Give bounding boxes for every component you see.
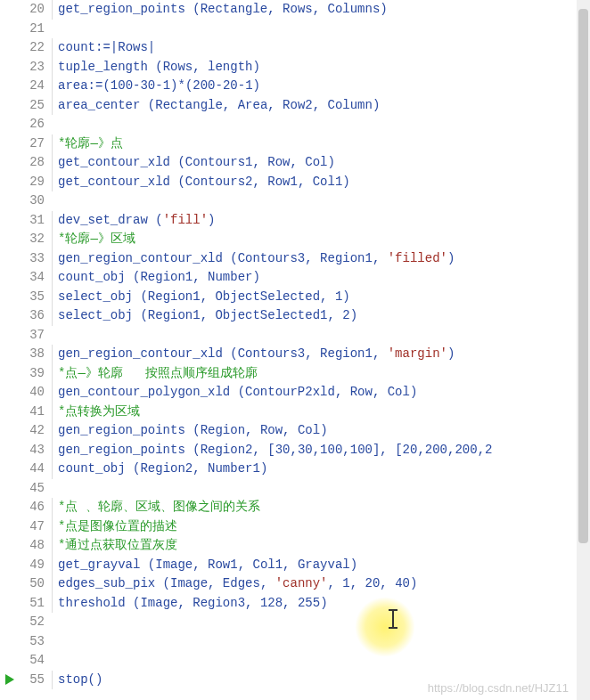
line-number[interactable]: 54	[0, 651, 52, 671]
code-line[interactable]: 39*点—》轮廓 按照点顺序组成轮廓	[0, 364, 590, 384]
code-content[interactable]: select_obj (Region1, ObjectSelected, 1)	[52, 288, 590, 307]
code-line[interactable]: 28get_contour_xld (Contours1, Row, Col)	[0, 153, 590, 173]
code-content[interactable]: threshold (Image, Region3, 128, 255)	[52, 594, 590, 614]
code-line[interactable]: 22count:=|Rows|	[0, 38, 590, 58]
code-line[interactable]: 23tuple_length (Rows, length)	[0, 58, 590, 77]
line-number[interactable]: 38	[0, 345, 52, 364]
code-content[interactable]: dev_set_draw ('fill')	[52, 211, 590, 231]
code-line[interactable]: 51threshold (Image, Region3, 128, 255)	[0, 594, 590, 614]
line-number[interactable]: 55	[0, 671, 52, 690]
line-number[interactable]: 36	[0, 306, 52, 326]
line-number[interactable]: 41	[0, 403, 52, 422]
code-content[interactable]: area:=(100-30-1)*(200-20-1)	[52, 77, 590, 96]
code-line[interactable]: 20get_region_points (Rectangle, Rows, Co…	[0, 0, 590, 20]
code-line[interactable]: 27*轮廓—》点	[0, 134, 590, 154]
code-content[interactable]: count_obj (Region2, Number1)	[52, 460, 590, 479]
scrollbar-thumb[interactable]	[578, 9, 588, 543]
code-content[interactable]: gen_region_contour_xld (Contours3, Regio…	[52, 345, 590, 364]
line-number[interactable]: 20	[0, 0, 52, 20]
code-line[interactable]: 25area_center (Rectangle, Area, Row2, Co…	[0, 96, 590, 116]
line-number[interactable]: 31	[0, 211, 52, 231]
line-number[interactable]: 39	[0, 364, 52, 384]
code-content[interactable]: select_obj (Region1, ObjectSelected1, 2)	[52, 306, 590, 326]
line-number[interactable]: 33	[0, 249, 52, 269]
code-content[interactable]: gen_region_contour_xld (Contours3, Regio…	[52, 249, 590, 269]
line-number[interactable]: 45	[0, 479, 52, 499]
code-line[interactable]: 48*通过点获取位置灰度	[0, 536, 590, 556]
code-line[interactable]: 44count_obj (Region2, Number1)	[0, 460, 590, 479]
code-line[interactable]: 46*点 、轮廓、区域、图像之间的关系	[0, 498, 590, 517]
code-content[interactable]: count:=|Rows|	[52, 38, 590, 58]
code-line[interactable]: 42gen_region_points (Region, Row, Col)	[0, 421, 590, 441]
code-content[interactable]: tuple_length (Rows, length)	[52, 58, 590, 77]
line-number[interactable]: 53	[0, 632, 52, 652]
line-number[interactable]: 28	[0, 153, 52, 173]
code-content[interactable]: gen_region_points (Region2, [30,30,100,1…	[52, 441, 590, 460]
code-line[interactable]: 43gen_region_points (Region2, [30,30,100…	[0, 441, 590, 460]
code-content[interactable]: get_region_points (Rectangle, Rows, Colu…	[52, 0, 590, 20]
code-content[interactable]: get_contour_xld (Contours2, Row1, Col1)	[52, 173, 590, 192]
code-line[interactable]: 36select_obj (Region1, ObjectSelected1, …	[0, 306, 590, 326]
code-line[interactable]: 54	[0, 651, 590, 671]
line-number[interactable]: 34	[0, 268, 52, 288]
code-content[interactable]: stop()	[52, 671, 590, 690]
code-line[interactable]: 26	[0, 115, 590, 134]
line-number[interactable]: 24	[0, 77, 52, 96]
line-number[interactable]: 25	[0, 96, 52, 116]
code-content[interactable]: area_center (Rectangle, Area, Row2, Colu…	[52, 96, 590, 116]
code-line[interactable]: 29get_contour_xld (Contours2, Row1, Col1…	[0, 173, 590, 192]
code-content[interactable]: *点—》轮廓 按照点顺序组成轮廓	[52, 364, 590, 384]
code-content[interactable]: *点 、轮廓、区域、图像之间的关系	[52, 498, 590, 517]
run-arrow-icon[interactable]	[5, 674, 14, 685]
code-line[interactable]: 45	[0, 479, 590, 499]
line-number[interactable]: 22	[0, 38, 52, 58]
line-number[interactable]: 42	[0, 421, 52, 441]
line-number[interactable]: 40	[0, 383, 52, 403]
code-line[interactable]: 38gen_region_contour_xld (Contours3, Reg…	[0, 345, 590, 364]
code-content[interactable]: *通过点获取位置灰度	[52, 536, 590, 556]
code-line[interactable]: 53	[0, 632, 590, 652]
line-number[interactable]: 48	[0, 536, 52, 556]
code-line[interactable]: 32*轮廓—》区域	[0, 230, 590, 249]
line-number[interactable]: 21	[0, 20, 52, 39]
code-content[interactable]: *轮廓—》点	[52, 134, 590, 154]
line-number[interactable]: 26	[0, 115, 52, 134]
line-number[interactable]: 43	[0, 441, 52, 460]
code-content[interactable]: edges_sub_pix (Image, Edges, 'canny', 1,…	[52, 574, 590, 594]
code-line[interactable]: 47*点是图像位置的描述	[0, 517, 590, 537]
code-line[interactable]: 41*点转换为区域	[0, 403, 590, 422]
code-content[interactable]: get_grayval (Image, Row1, Col1, Grayval)	[52, 556, 590, 575]
line-number[interactable]: 46	[0, 498, 52, 517]
code-content[interactable]: *轮廓—》区域	[52, 230, 590, 249]
line-number[interactable]: 50	[0, 574, 52, 594]
line-number[interactable]: 51	[0, 594, 52, 614]
code-line[interactable]: 21	[0, 20, 590, 39]
line-number[interactable]: 44	[0, 460, 52, 479]
code-line[interactable]: 49get_grayval (Image, Row1, Col1, Grayva…	[0, 556, 590, 575]
code-line[interactable]: 55stop()	[0, 671, 590, 690]
code-line[interactable]: 35select_obj (Region1, ObjectSelected, 1…	[0, 288, 590, 307]
code-content[interactable]: *点是图像位置的描述	[52, 517, 590, 537]
code-line[interactable]: 31dev_set_draw ('fill')	[0, 211, 590, 231]
code-line[interactable]: 34count_obj (Region1, Number)	[0, 268, 590, 288]
code-content[interactable]: gen_contour_polygon_xld (ContourP2xld, R…	[52, 383, 590, 403]
code-line[interactable]: 50edges_sub_pix (Image, Edges, 'canny', …	[0, 574, 590, 594]
line-number[interactable]: 52	[0, 613, 52, 632]
code-line[interactable]: 24area:=(100-30-1)*(200-20-1)	[0, 77, 590, 96]
line-number[interactable]: 30	[0, 191, 52, 211]
line-number[interactable]: 27	[0, 134, 52, 154]
line-number[interactable]: 23	[0, 58, 52, 77]
code-line[interactable]: 33gen_region_contour_xld (Contours3, Reg…	[0, 249, 590, 269]
line-number[interactable]: 49	[0, 556, 52, 575]
code-editor[interactable]: 20get_region_points (Rectangle, Rows, Co…	[0, 0, 590, 700]
code-line[interactable]: 37	[0, 326, 590, 346]
line-number[interactable]: 35	[0, 288, 52, 307]
code-content[interactable]: get_contour_xld (Contours1, Row, Col)	[52, 153, 590, 173]
line-number[interactable]: 29	[0, 173, 52, 192]
line-number[interactable]: 37	[0, 326, 52, 346]
code-content[interactable]: gen_region_points (Region, Row, Col)	[52, 421, 590, 441]
code-line[interactable]: 30	[0, 191, 590, 211]
vertical-scrollbar[interactable]	[577, 0, 590, 700]
code-content[interactable]: count_obj (Region1, Number)	[52, 268, 590, 288]
line-number[interactable]: 32	[0, 230, 52, 249]
